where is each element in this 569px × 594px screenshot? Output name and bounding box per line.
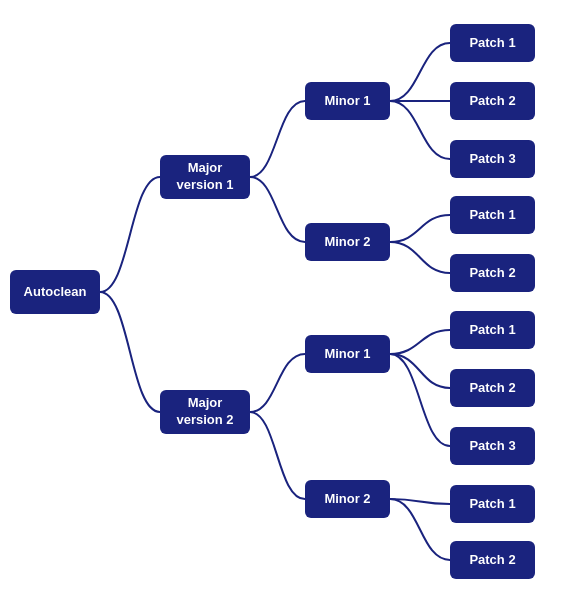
minor-2-2-node[interactable]: Minor 2 — [305, 480, 390, 518]
tree-diagram: Autoclean Major version 1 Major version … — [0, 0, 569, 594]
minor-1-2-node[interactable]: Minor 1 — [305, 335, 390, 373]
patch-2-1-3-node[interactable]: Patch 3 — [450, 427, 535, 465]
minor-1-1-node[interactable]: Minor 1 — [305, 82, 390, 120]
patch-2-2-1-node[interactable]: Patch 1 — [450, 485, 535, 523]
patch-1-1-2-node[interactable]: Patch 2 — [450, 82, 535, 120]
patch-2-1-2-node[interactable]: Patch 2 — [450, 369, 535, 407]
patch-2-2-2-node[interactable]: Patch 2 — [450, 541, 535, 579]
patch-1-1-3-node[interactable]: Patch 3 — [450, 140, 535, 178]
major-version-2-node[interactable]: Major version 2 — [160, 390, 250, 434]
patch-1-2-2-node[interactable]: Patch 2 — [450, 254, 535, 292]
patch-1-1-1-node[interactable]: Patch 1 — [450, 24, 535, 62]
autoclean-node[interactable]: Autoclean — [10, 270, 100, 314]
patch-1-2-1-node[interactable]: Patch 1 — [450, 196, 535, 234]
patch-2-1-1-node[interactable]: Patch 1 — [450, 311, 535, 349]
minor-2-1-node[interactable]: Minor 2 — [305, 223, 390, 261]
major-version-1-node[interactable]: Major version 1 — [160, 155, 250, 199]
